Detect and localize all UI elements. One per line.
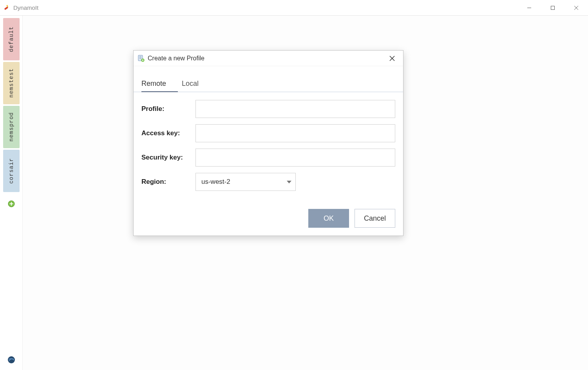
profile-tab-nemsprod[interactable]: nemsprod: [3, 106, 20, 148]
window-titlebar: DynamoIt: [0, 0, 588, 16]
profile-tab-nemstest[interactable]: nemstest: [3, 62, 20, 104]
profile-tab-label: nemsprod: [8, 112, 14, 141]
svg-rect-0: [4, 6, 8, 10]
dialog-tabs: Remote Local: [134, 66, 403, 92]
content-area: Create a new Profile Remote Local: [23, 16, 588, 370]
security-key-input[interactable]: [195, 149, 395, 167]
tab-local-label: Local: [182, 80, 199, 87]
dialog-close-button[interactable]: [387, 53, 398, 64]
ok-button-label: OK: [324, 214, 334, 223]
new-profile-icon: [138, 55, 145, 62]
profile-tab-corsair[interactable]: corsair: [3, 150, 20, 192]
create-profile-dialog: Create a new Profile Remote Local: [133, 50, 403, 236]
tab-local[interactable]: Local: [182, 76, 206, 92]
sidebar: default nemstest nemsprod corsair: [0, 16, 23, 370]
profile-input[interactable]: [195, 100, 395, 118]
region-select[interactable]: us-west-2: [195, 173, 296, 191]
cancel-button[interactable]: Cancel: [355, 209, 395, 228]
profile-tab-label: corsair: [8, 158, 14, 184]
region-select-value: us-west-2: [201, 178, 230, 186]
dialog-form: Profile: Access key: Security key: Regio…: [134, 92, 403, 201]
cancel-button-label: Cancel: [364, 214, 386, 223]
ok-button[interactable]: OK: [308, 209, 349, 228]
tab-remote[interactable]: Remote: [141, 76, 174, 92]
access-key-input[interactable]: [195, 124, 395, 142]
profile-tab-label: default: [8, 26, 14, 52]
security-key-label: Security key:: [141, 154, 195, 161]
chevron-down-icon: [287, 181, 291, 183]
region-label: Region:: [141, 178, 195, 186]
window-minimize-button[interactable]: [517, 0, 541, 16]
window-close-button[interactable]: [564, 0, 588, 16]
profile-tab-default[interactable]: default: [3, 18, 20, 60]
window-title: DynamoIt: [13, 4, 38, 11]
tab-remote-label: Remote: [141, 80, 166, 87]
profile-label: Profile:: [141, 105, 195, 113]
app-icon: [3, 4, 11, 12]
window-maximize-button[interactable]: [541, 0, 564, 16]
access-key-label: Access key:: [141, 129, 195, 137]
settings-button[interactable]: [7, 355, 16, 365]
add-profile-button[interactable]: [7, 200, 15, 208]
profile-tab-label: nemstest: [8, 68, 14, 98]
svg-rect-3: [551, 6, 555, 9]
dialog-title: Create a new Profile: [148, 55, 204, 62]
svg-rect-1: [6, 5, 8, 7]
